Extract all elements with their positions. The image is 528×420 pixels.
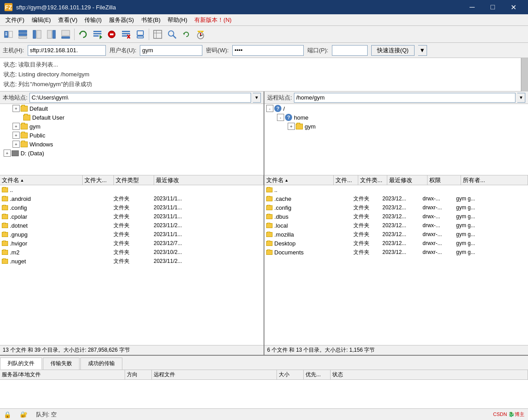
remote-file-row[interactable]: Documents 文件夹 2023/12... drwxr-... gym g… <box>264 248 528 257</box>
close-button[interactable]: ✕ <box>503 0 524 14</box>
remote-path-input[interactable] <box>294 93 515 103</box>
menu-bookmark[interactable]: 书签(B) <box>138 15 164 25</box>
toggle-message-log-button[interactable] <box>16 28 29 41</box>
reconnect-button[interactable] <box>180 28 193 41</box>
refresh-button[interactable] <box>76 28 90 41</box>
menu-server[interactable]: 服务器(S) <box>105 15 138 25</box>
tab-queued-files[interactable]: 列队的文件 <box>0 358 42 370</box>
local-path-dropdown[interactable]: ▼ <box>253 93 261 103</box>
tree-expand-windows[interactable]: + <box>13 141 20 148</box>
tree-node-drive-d[interactable]: + D: (Data) <box>0 149 264 158</box>
pass-input[interactable] <box>232 45 304 56</box>
cancel-queue-button[interactable] <box>119 28 133 41</box>
tab-successful-transfers[interactable]: 成功的传输 <box>80 358 122 370</box>
tree-expand-public[interactable]: + <box>13 132 20 139</box>
local-file-row[interactable]: .hvigor 文件夹 2023/12/7... <box>0 239 264 248</box>
local-tree[interactable]: + Default Default User + gym + Public + <box>0 104 264 175</box>
local-col-name[interactable]: 文件名 ▲ <box>0 175 83 185</box>
remote-path-dropdown[interactable]: ▼ <box>517 93 525 103</box>
menu-view[interactable]: 查看(V) <box>54 15 81 25</box>
local-file-row[interactable]: .android 文件夹 2023/11/1... <box>0 194 264 203</box>
local-file-row[interactable]: .nuget 文件夹 2023/11/2... <box>0 257 264 266</box>
tree-node-root[interactable]: - ? / <box>264 104 528 113</box>
local-path-input[interactable] <box>29 93 251 103</box>
tree-node-defaultuser[interactable]: Default User <box>0 113 264 122</box>
toggle-queue-button[interactable] <box>59 28 72 41</box>
server-cert-status: 🔐 <box>20 411 27 418</box>
status-line-1: 状态: 读取目录列表... <box>4 60 517 70</box>
quickconnect-dropdown[interactable]: ▼ <box>418 45 427 56</box>
folder-icon <box>266 232 272 237</box>
local-file-row[interactable]: .gnupg 文件夹 2023/11/1... <box>0 230 264 239</box>
remote-col-size[interactable]: 文件... <box>334 175 358 185</box>
toggle-local-tree-button[interactable] <box>30 28 44 41</box>
folder-icon <box>266 196 272 201</box>
tree-node-windows[interactable]: + Windows <box>0 140 264 149</box>
tree-node-label: gym <box>305 123 316 130</box>
remote-file-row[interactable]: .config 文件夹 2023/12... drwxr-... gym g..… <box>264 203 528 212</box>
remote-file-row[interactable]: .local 文件夹 2023/12... drwx-... gym g... <box>264 221 528 230</box>
svg-line-32 <box>173 35 176 38</box>
local-file-row[interactable]: .dotnet 文件夹 2023/11/2... <box>0 221 264 230</box>
menu-file[interactable]: 文件(F) <box>2 15 28 25</box>
tree-node-default[interactable]: + Default <box>0 104 264 113</box>
toolbar-separator-1 <box>74 29 75 40</box>
status-scrollbar[interactable] <box>521 58 528 91</box>
open-filelist-button[interactable] <box>151 28 164 41</box>
disconnect-button[interactable] <box>134 28 147 41</box>
local-file-row[interactable]: .cpolar 文件夹 2023/11/1... <box>0 212 264 221</box>
remote-file-parent[interactable]: .. <box>264 185 528 194</box>
remote-col-owner[interactable]: 所有者... <box>461 175 528 185</box>
remote-file-row[interactable]: .dbus 文件夹 2023/12... drwx-... gym g... <box>264 212 528 221</box>
search-files-button[interactable] <box>165 28 179 41</box>
local-file-row[interactable]: .m2 文件夹 2023/10/2... <box>0 248 264 257</box>
port-input[interactable] <box>332 45 368 56</box>
minimize-button[interactable]: ─ <box>462 0 482 14</box>
tree-expand-gym[interactable]: + <box>13 123 20 130</box>
tree-node-public[interactable]: + Public <box>0 131 264 140</box>
remote-col-perms[interactable]: 权限 <box>427 175 461 185</box>
host-input[interactable] <box>28 45 106 56</box>
tree-expand-root[interactable]: - <box>266 105 273 112</box>
local-file-row[interactable]: .config 文件夹 2023/11/1... <box>0 203 264 212</box>
tree-node-gym-remote[interactable]: + gym <box>264 122 528 131</box>
speed-limits-button[interactable] <box>194 28 207 41</box>
port-label: 端口(P): <box>307 46 328 54</box>
toggle-remote-tree-button[interactable] <box>45 28 58 41</box>
quickconnect-button[interactable]: 快速连接(Q) <box>371 45 415 56</box>
stop-button[interactable] <box>105 28 118 41</box>
tree-expand-home[interactable]: - <box>277 114 284 121</box>
local-file-parent[interactable]: .. <box>0 185 264 194</box>
remote-file-row[interactable]: .mozilla 文件夹 2023/12... drwxr-... gym g.… <box>264 230 528 239</box>
status-section: 状态: 读取目录列表... 状态: Listing directory /hom… <box>0 58 528 91</box>
tree-expand-d[interactable]: + <box>4 150 11 157</box>
tree-expand-gym-remote[interactable]: + <box>288 123 295 130</box>
local-file-list[interactable]: 文件名 ▲ 文件大... 文件类型 最近修改 .. <box>0 175 264 345</box>
remote-file-row[interactable]: Desktop 文件夹 2023/12... drwxr-... gym g..… <box>264 239 528 248</box>
menu-help[interactable]: 帮助(H) <box>164 15 191 25</box>
tree-node-home[interactable]: - ? home <box>264 113 528 122</box>
menu-edit[interactable]: 编辑(E) <box>28 15 54 25</box>
queue-tabs: 列队的文件 传输失败 成功的传输 <box>0 356 528 370</box>
menu-update[interactable]: 有新版本！(N) <box>191 15 235 25</box>
remote-file-row[interactable]: .cache 文件夹 2023/12... drwx-... gym g... <box>264 194 528 203</box>
process-queue-button[interactable] <box>91 28 104 41</box>
tree-node-gym[interactable]: + gym <box>0 122 264 131</box>
window-controls: ─ □ ✕ <box>462 0 524 14</box>
local-col-date[interactable]: 最近修改 <box>154 175 264 185</box>
user-label: 用户名(U): <box>109 46 137 54</box>
maximize-button[interactable]: □ <box>482 0 503 14</box>
tab-failed-transfers[interactable]: 传输失败 <box>43 358 80 370</box>
remote-col-name[interactable]: 文件名 ▲ <box>264 175 334 185</box>
site-manager-button[interactable] <box>2 28 15 41</box>
remote-col-date[interactable]: 最近修改 <box>387 175 427 185</box>
menu-transfer[interactable]: 传输(I) <box>81 15 105 25</box>
remote-tree[interactable]: - ? / - ? home + gym <box>264 104 528 175</box>
local-col-size[interactable]: 文件大... <box>83 175 114 185</box>
svg-point-37 <box>200 35 201 36</box>
remote-file-list[interactable]: 文件名 ▲ 文件... 文件类... 最近修改 权限 所有者... <box>264 175 528 345</box>
tree-expand-default[interactable]: + <box>13 105 20 112</box>
remote-col-type[interactable]: 文件类... <box>358 175 387 185</box>
user-input[interactable] <box>140 45 202 56</box>
local-col-type[interactable]: 文件类型 <box>114 175 154 185</box>
